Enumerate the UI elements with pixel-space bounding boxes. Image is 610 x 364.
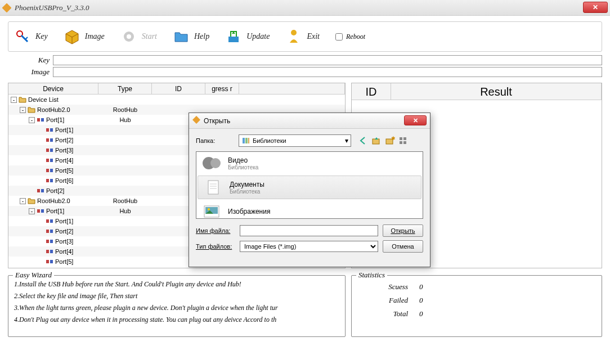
svg-rect-24 [37, 209, 40, 213]
file-name: Видео [228, 156, 258, 164]
file-list[interactable]: ВидеоБиблиотекаДокументыБиблиотекаИзобра… [196, 151, 423, 219]
gear-icon [120, 28, 137, 45]
svg-rect-38 [245, 138, 248, 143]
device-row[interactable]: -Device List [8, 95, 345, 105]
expand-toggle[interactable]: - [20, 198, 26, 204]
reboot-checkbox-group[interactable]: Reboot [335, 33, 365, 41]
nav-view-icon[interactable] [398, 136, 409, 146]
expand-toggle[interactable]: - [29, 117, 35, 123]
port-icon [37, 208, 44, 214]
device-label: Port[1] [55, 218, 73, 224]
folder-value: Библиотеки [253, 137, 286, 144]
stat-value: 0 [419, 309, 423, 318]
update-icon [225, 28, 242, 45]
key-input[interactable] [53, 55, 602, 65]
file-item[interactable]: ДокументыБиблиотека [198, 176, 421, 199]
stat-value: 0 [419, 282, 423, 291]
filetype-select[interactable]: Image Files (*.img) [240, 241, 378, 252]
result-col-id[interactable]: ID [352, 83, 391, 100]
stat-label: Failed [357, 296, 419, 305]
expand-toggle[interactable]: - [20, 107, 26, 113]
port-icon [46, 258, 53, 265]
svg-rect-34 [46, 260, 49, 263]
svg-point-7 [291, 30, 297, 35]
svg-rect-36 [192, 116, 200, 124]
nav-up-icon[interactable] [371, 136, 382, 146]
col-id[interactable]: ID [152, 83, 205, 94]
expand-toggle[interactable]: - [29, 208, 35, 214]
key-button[interactable]: Key [14, 28, 48, 45]
stat-label: Total [357, 309, 419, 318]
port-icon [46, 157, 53, 164]
dialog-close-button[interactable]: ✕ [404, 115, 427, 125]
col-type[interactable]: Type [98, 83, 152, 94]
col-device[interactable]: Device [8, 83, 98, 94]
svg-rect-21 [50, 179, 53, 182]
wizard-line: 3.When the light turns green, please plu… [14, 304, 339, 312]
svg-rect-9 [41, 118, 44, 122]
image-field-label: Image [8, 68, 53, 77]
svg-rect-49 [208, 181, 218, 194]
svg-rect-22 [37, 189, 40, 192]
svg-rect-40 [373, 139, 379, 144]
window-close-button[interactable]: ✕ [583, 2, 608, 13]
wizard-panel: Easy Wizard 1.Install the USB Hub before… [8, 275, 346, 337]
svg-rect-18 [46, 169, 49, 172]
wizard-line: 2.Select the key file and image file, Th… [14, 292, 339, 300]
stats-panel: Statistics Scuess0Failed0Total0 [351, 275, 602, 337]
app-icon [2, 3, 11, 12]
cancel-button[interactable]: Отмена [383, 240, 423, 253]
exit-label: Exit [307, 32, 320, 41]
open-file-dialog: Открыть ✕ Папка: Библиотеки ▾ ✱ ВидеоБиб… [189, 113, 430, 267]
svg-text:✱: ✱ [391, 136, 395, 141]
box-icon [64, 28, 80, 45]
device-label: RootHub2.0 [37, 106, 70, 113]
file-item[interactable]: ВидеоБиблиотека [196, 152, 423, 174]
library-icon [241, 136, 250, 145]
result-col-result[interactable]: Result [391, 83, 602, 100]
svg-rect-14 [46, 149, 49, 152]
folder-icon [28, 197, 35, 204]
svg-rect-8 [37, 118, 40, 122]
col-empty [239, 83, 345, 94]
svg-rect-6 [228, 37, 239, 42]
image-label: Image [85, 32, 105, 41]
dialog-titlebar[interactable]: Открыть ✕ [189, 113, 430, 129]
wizard-line: 4.Don't Plug out any device when it in p… [14, 316, 339, 324]
col-progress[interactable]: gress r [205, 83, 239, 94]
reboot-checkbox[interactable] [335, 33, 343, 41]
device-label: Port[2] [55, 228, 73, 235]
folder-icon [173, 28, 190, 45]
folder-label: Папка: [196, 137, 235, 144]
exit-button[interactable]: Exit [285, 28, 320, 45]
wizard-line: 1.Install the USB Hub before run the Sta… [14, 280, 339, 289]
stat-row: Scuess0 [357, 282, 596, 291]
svg-rect-30 [46, 240, 49, 243]
dialog-title: Открыть [204, 117, 230, 125]
port-icon [46, 248, 53, 255]
image-button[interactable]: Image [64, 28, 105, 45]
filename-input[interactable] [240, 225, 378, 236]
port-icon [37, 116, 44, 123]
port-icon [46, 228, 53, 235]
folder-dropdown[interactable]: Библиотеки ▾ [239, 134, 351, 147]
nav-newfolder-icon[interactable]: ✱ [385, 136, 395, 146]
device-label: Port[4] [55, 157, 73, 164]
expand-toggle[interactable]: - [11, 97, 17, 103]
help-button[interactable]: Help [173, 28, 209, 45]
svg-rect-46 [403, 141, 406, 144]
device-type: Hub [98, 208, 152, 214]
file-subtitle: Библиотека [230, 188, 264, 195]
svg-rect-13 [50, 138, 53, 142]
svg-rect-17 [50, 159, 53, 162]
svg-rect-19 [50, 169, 53, 172]
window-title: PhoenixUSBPro_V_3.3.0 [15, 3, 89, 12]
port-icon [46, 167, 53, 174]
open-button[interactable]: Открыть [383, 224, 423, 237]
device-type: RootHub [98, 106, 152, 113]
file-item[interactable]: Изображения [196, 200, 423, 219]
nav-back-icon[interactable] [358, 136, 368, 146]
update-button[interactable]: Update [225, 28, 270, 45]
image-input[interactable] [53, 67, 602, 77]
port-icon [37, 187, 44, 194]
